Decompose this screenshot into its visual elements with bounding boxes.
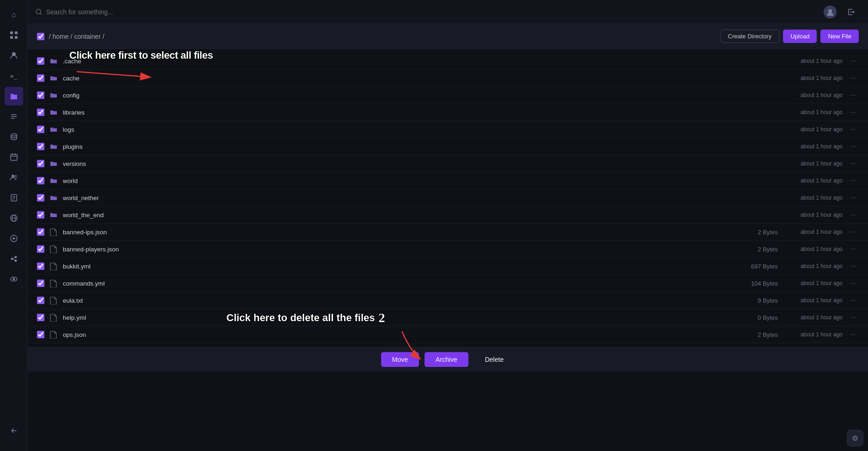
file-time: about 1 hour ago — [783, 195, 843, 201]
sidebar-item-dashboard[interactable] — [5, 26, 23, 44]
file-context-menu[interactable]: ··· — [847, 329, 859, 340]
breadcrumb: / home / container / — [49, 33, 716, 40]
file-checkbox[interactable] — [37, 245, 44, 253]
file-name: logs — [63, 126, 736, 133]
file-checkbox[interactable] — [37, 160, 44, 167]
file-row[interactable]: banned-ips.json 2 Bytes about 1 hour ago… — [28, 224, 868, 241]
file-checkbox[interactable] — [37, 211, 44, 219]
file-context-menu[interactable]: ··· — [847, 124, 859, 134]
svg-point-25 — [14, 256, 17, 258]
search-input[interactable] — [46, 8, 185, 16]
file-context-menu[interactable]: ··· — [847, 261, 859, 271]
file-size: 2 Bytes — [741, 229, 778, 236]
svg-point-13 — [12, 175, 14, 177]
svg-point-33 — [828, 9, 832, 13]
file-row[interactable]: logs about 1 hour ago ··· — [28, 121, 868, 138]
file-checkbox[interactable] — [37, 194, 44, 201]
sidebar-item-eye[interactable] — [5, 270, 23, 288]
file-size: 697 Bytes — [741, 263, 778, 270]
sidebar-item-network[interactable] — [5, 209, 23, 227]
file-time: about 1 hour ago — [783, 246, 843, 252]
file-context-menu[interactable]: ··· — [847, 210, 859, 220]
file-checkbox[interactable] — [37, 228, 44, 236]
avatar[interactable] — [824, 6, 837, 18]
file-row[interactable]: config about 1 hour ago ··· — [28, 87, 868, 104]
sidebar-item-media[interactable] — [5, 229, 23, 248]
logout-icon[interactable] — [842, 3, 861, 21]
file-time: about 1 hour ago — [783, 109, 843, 116]
file-row[interactable]: help.yml 0 Bytes about 1 hour ago ··· — [28, 309, 868, 326]
svg-rect-3 — [15, 36, 18, 39]
file-row[interactable]: commands.yml 104 Bytes about 1 hour ago … — [28, 275, 868, 292]
file-row[interactable]: world_the_end about 1 hour ago ··· — [28, 207, 868, 224]
file-checkbox[interactable] — [37, 126, 44, 133]
select-all-checkbox[interactable] — [37, 33, 44, 40]
file-row[interactable]: bukkit.yml 697 Bytes about 1 hour ago ··… — [28, 258, 868, 275]
file-name: help.yml — [63, 314, 736, 321]
file-context-menu[interactable]: ··· — [847, 90, 859, 100]
delete-button[interactable]: Delete — [474, 352, 515, 367]
file-row[interactable]: banned-players.json 2 Bytes about 1 hour… — [28, 241, 868, 258]
file-context-menu[interactable]: ··· — [847, 312, 859, 323]
file-checkbox[interactable] — [37, 314, 44, 321]
file-row[interactable]: .cache about 1 hour ago ··· — [28, 53, 868, 70]
file-context-menu[interactable]: ··· — [847, 227, 859, 237]
file-context-menu[interactable]: ··· — [847, 107, 859, 117]
file-time: about 1 hour ago — [783, 126, 843, 133]
file-context-menu[interactable]: ··· — [847, 193, 859, 203]
file-row[interactable]: world_nether about 1 hour ago ··· — [28, 189, 868, 207]
file-row[interactable]: versions about 1 hour ago ··· — [28, 155, 868, 172]
file-context-menu[interactable]: ··· — [847, 244, 859, 254]
file-context-menu[interactable]: ··· — [847, 141, 859, 152]
file-checkbox[interactable] — [37, 331, 44, 338]
sidebar-item-back[interactable] — [5, 421, 23, 440]
svg-point-30 — [12, 278, 15, 280]
file-row[interactable]: eula.txt 9 Bytes about 1 hour ago ··· — [28, 292, 868, 309]
sidebar-item-database[interactable] — [5, 128, 23, 146]
file-row[interactable]: libraries about 1 hour ago ··· — [28, 104, 868, 121]
folder-icon — [49, 159, 58, 168]
file-context-menu[interactable]: ··· — [847, 295, 859, 305]
file-checkbox[interactable] — [37, 109, 44, 116]
file-row[interactable]: world about 1 hour ago ··· — [28, 172, 868, 189]
file-checkbox[interactable] — [37, 262, 44, 270]
create-directory-button[interactable]: Create Directory — [720, 30, 780, 43]
sidebar-item-home[interactable]: ⌂ — [5, 6, 23, 24]
file-context-menu[interactable]: ··· — [847, 73, 859, 83]
sidebar-item-integrations[interactable] — [5, 250, 23, 268]
main-content: Click here first to select all files Cli… — [28, 0, 868, 451]
upload-button[interactable]: Upload — [783, 30, 817, 43]
settings-button[interactable]: ⚙ — [847, 430, 863, 446]
sidebar-item-terminal[interactable]: >_ — [5, 67, 23, 85]
file-icon — [49, 296, 58, 305]
move-button[interactable]: Move — [381, 352, 419, 367]
file-context-menu[interactable]: ··· — [847, 56, 859, 66]
file-context-menu[interactable]: ··· — [847, 176, 859, 186]
file-context-menu[interactable]: ··· — [847, 278, 859, 288]
file-checkbox[interactable] — [37, 297, 44, 304]
svg-point-26 — [14, 260, 17, 262]
archive-button[interactable]: Archive — [425, 352, 468, 367]
file-time: about 1 hour ago — [783, 143, 843, 150]
file-row[interactable]: plugins about 1 hour ago ··· — [28, 138, 868, 155]
sidebar-item-user[interactable] — [5, 46, 23, 65]
file-checkbox[interactable] — [37, 74, 44, 82]
sidebar-item-calendar[interactable] — [5, 148, 23, 166]
file-icon — [49, 279, 58, 288]
new-file-button[interactable]: New File — [820, 30, 859, 43]
file-context-menu[interactable]: ··· — [847, 158, 859, 169]
folder-icon — [49, 108, 58, 117]
file-row[interactable]: ops.json 2 Bytes about 1 hour ago ··· — [28, 326, 868, 343]
file-checkbox[interactable] — [37, 177, 44, 184]
file-size: 2 Bytes — [741, 331, 778, 338]
sidebar-item-users[interactable] — [5, 168, 23, 187]
sidebar-item-files[interactable] — [5, 87, 23, 105]
sidebar-item-logs[interactable] — [5, 189, 23, 207]
file-checkbox[interactable] — [37, 57, 44, 65]
sidebar: ⌂ >_ — [0, 0, 28, 451]
file-row[interactable]: cache about 1 hour ago ··· — [28, 70, 868, 87]
file-checkbox[interactable] — [37, 91, 44, 99]
file-checkbox[interactable] — [37, 143, 44, 150]
file-checkbox[interactable] — [37, 280, 44, 287]
sidebar-item-tasks[interactable] — [5, 107, 23, 126]
